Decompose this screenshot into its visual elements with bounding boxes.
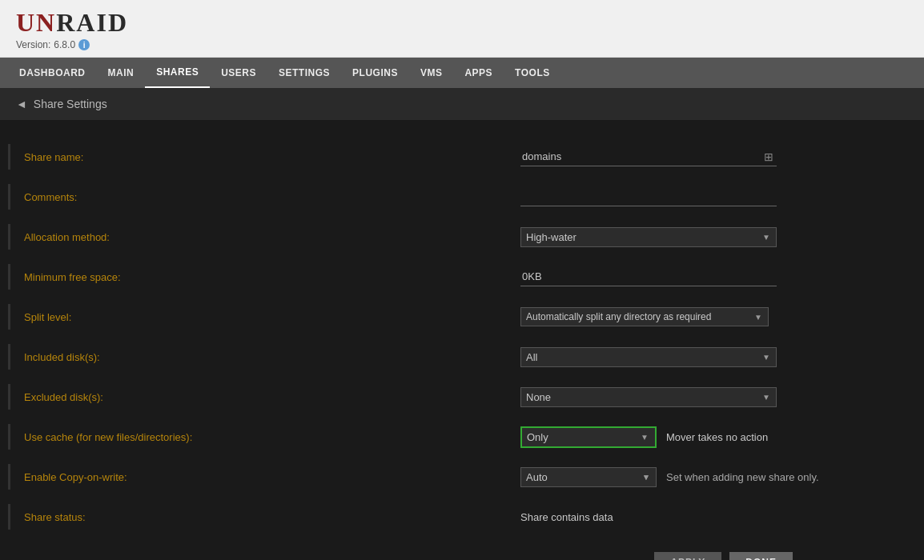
share-name-label: Share name: [24, 151, 520, 163]
min-free-space-control [520, 267, 777, 286]
enable-cow-label: Enable Copy-on-write: [24, 471, 520, 483]
included-disks-label: Included disk(s): [24, 351, 520, 363]
split-level-label: Split level: [24, 311, 520, 323]
included-disks-select-wrapper: All disk1 disk2 disk3 [520, 347, 777, 367]
excluded-disks-select[interactable]: None disk1 disk2 disk3 [520, 387, 777, 407]
nav-settings[interactable]: SETTINGS [267, 58, 341, 88]
share-name-control: ⊞ [520, 147, 777, 166]
comments-input[interactable] [520, 187, 777, 206]
allocation-method-row: Allocation method: High-water Most-free … [24, 224, 900, 250]
excluded-disks-control: None disk1 disk2 disk3 [520, 387, 777, 407]
share-name-input-wrapper: ⊞ [520, 147, 777, 166]
info-icon[interactable]: i [78, 39, 90, 50]
enable-cow-row: Enable Copy-on-write: Auto Yes No Set wh… [24, 464, 900, 490]
use-cache-select-wrapper: Only Yes No Prefer [520, 426, 657, 448]
use-cache-select[interactable]: Only Yes No Prefer [522, 428, 655, 446]
split-level-select-wrapper: Automatically split any directory as req… [520, 307, 769, 326]
share-status-row: Share status: Share contains data [24, 504, 900, 530]
share-name-edit-icon: ⊞ [761, 150, 777, 163]
share-status-value: Share contains data [520, 511, 613, 523]
use-cache-row: Use cache (for new files/directories): O… [24, 424, 900, 450]
nav-plugins[interactable]: PLUGINS [341, 58, 409, 88]
min-free-space-label: Minimum free space: [24, 271, 520, 283]
nav-shares[interactable]: SHARES [145, 58, 210, 88]
split-level-control: Automatically split any directory as req… [520, 307, 769, 326]
allocation-method-select-wrapper: High-water Most-free Fill-up [520, 227, 777, 247]
section-title: Share Settings [34, 98, 107, 110]
section-collapse-icon[interactable]: ◄ [16, 98, 27, 110]
split-level-select[interactable]: Automatically split any directory as req… [520, 307, 769, 326]
use-cache-note: Mover takes no action [666, 431, 768, 443]
header: UNRAID Version: 6.8.0 i [0, 0, 924, 58]
cow-select[interactable]: Auto Yes No [520, 467, 657, 487]
cow-select-wrapper: Auto Yes No [520, 467, 657, 487]
included-disks-select[interactable]: All disk1 disk2 disk3 [520, 347, 777, 367]
cow-select-inner-wrapper: Auto Yes No [520, 467, 657, 487]
min-free-space-row: Minimum free space: [24, 264, 900, 290]
version-label: Version: [16, 39, 50, 50]
enable-cow-controls: Auto Yes No Set when adding new share on… [520, 467, 819, 487]
allocation-method-select[interactable]: High-water Most-free Fill-up [520, 227, 777, 247]
done-button[interactable]: DONE [729, 552, 793, 560]
use-cache-label: Use cache (for new files/directories): [24, 431, 520, 443]
allocation-method-control: High-water Most-free Fill-up [520, 227, 777, 247]
split-level-row: Split level: Automatically split any dir… [24, 304, 900, 330]
section-header: ◄ Share Settings [0, 88, 924, 120]
nav-users[interactable]: USERS [210, 58, 267, 88]
comments-control [520, 187, 777, 206]
nav-main[interactable]: MAIN [97, 58, 146, 88]
version-info: Version: 6.8.0 i [16, 39, 908, 50]
form-container: Share name: ⊞ Comments: Allocation metho… [0, 136, 924, 560]
comments-row: Comments: [24, 184, 900, 210]
cow-note: Set when adding new share only. [666, 471, 819, 483]
excluded-disks-label: Excluded disk(s): [24, 391, 520, 403]
min-free-space-input[interactable] [520, 267, 777, 286]
included-disks-row: Included disk(s): All disk1 disk2 disk3 [24, 344, 900, 370]
main-nav: DASHBOARD MAIN SHARES USERS SETTINGS PLU… [0, 58, 924, 88]
share-name-row: Share name: ⊞ [24, 144, 900, 170]
excluded-disks-select-wrapper: None disk1 disk2 disk3 [520, 387, 777, 407]
share-status-label: Share status: [24, 511, 520, 523]
share-status-control: Share contains data [520, 511, 777, 523]
version-number: 6.8.0 [54, 39, 75, 50]
excluded-disks-row: Excluded disk(s): None disk1 disk2 disk3 [24, 384, 900, 410]
nav-vms[interactable]: VMS [409, 58, 454, 88]
nav-dashboard[interactable]: DASHBOARD [8, 58, 97, 88]
share-name-input[interactable] [520, 147, 761, 166]
comments-label: Comments: [24, 191, 520, 203]
nav-apps[interactable]: APPS [453, 58, 504, 88]
included-disks-control: All disk1 disk2 disk3 [520, 347, 777, 367]
button-row: APPLY DONE [24, 544, 793, 560]
apply-button[interactable]: APPLY [654, 552, 721, 560]
page-content: ◄ Share Settings Share name: ⊞ Comments:… [0, 88, 924, 560]
use-cache-controls: Only Yes No Prefer Mover takes no action [520, 426, 768, 448]
logo-raid: RAID [56, 8, 128, 37]
logo: UNRAID [16, 8, 908, 38]
nav-tools[interactable]: TOOLS [504, 58, 561, 88]
allocation-method-label: Allocation method: [24, 231, 520, 243]
logo-un: UN [16, 8, 56, 37]
